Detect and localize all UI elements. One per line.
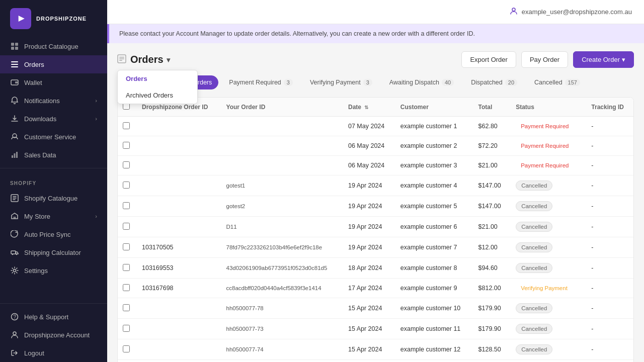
cell-date: 15 Apr 2024 (342, 339, 394, 360)
cell-your-order-id: hh0500077-73 (220, 319, 342, 339)
sidebar-bottom: ? Help & Support Dropshipzone Account Lo… (0, 299, 107, 362)
export-order-button[interactable]: Export Order (461, 51, 516, 68)
column-date[interactable]: Date ⇅ (342, 98, 394, 117)
row-checkbox[interactable] (123, 142, 130, 149)
store-icon (10, 212, 19, 221)
cell-total: $62.80 (472, 117, 510, 136)
svg-point-24 (512, 8, 515, 11)
sidebar-item-my-store[interactable]: My Store › (0, 207, 107, 225)
cell-date: 19 Apr 2024 (342, 217, 394, 237)
sidebar-item-customer-service[interactable]: Customer Service (0, 128, 107, 146)
sidebar-item-shipping-calculator[interactable]: Shipping Calculator (0, 243, 107, 261)
row-checkbox[interactable] (123, 122, 130, 129)
tab-verifying-payment[interactable]: Verifying Payment 3 (303, 75, 379, 89)
sidebar-item-auto-price-sync[interactable]: Auto Price Sync (0, 225, 107, 243)
bell-icon (10, 96, 19, 105)
status-badge: Cancelled (516, 344, 552, 354)
main-content: Please contact your Account Manager to u… (107, 24, 644, 362)
cell-your-order-id: D11 (220, 217, 342, 237)
tab-badge-payment-required: 3 (284, 79, 293, 86)
cell-status: Cancelled (510, 258, 585, 279)
cell-status: Cancelled (510, 360, 585, 363)
alert-message: Please contact your Account Manager to u… (119, 30, 475, 37)
dropdown-item-orders[interactable]: Orders (118, 70, 197, 87)
sidebar-item-dropshipzone-account[interactable]: Dropshipzone Account (0, 326, 107, 344)
cell-total: $72.20 (472, 136, 510, 156)
tab-payment-required[interactable]: Payment Required 3 (222, 75, 299, 89)
sidebar-item-sales-data[interactable]: Sales Data (0, 146, 107, 164)
sidebar-label-product-catalogue: Product Catalogue (24, 43, 78, 50)
table-row[interactable]: D1119 Apr 2024example customer 6$21.00Ca… (118, 217, 633, 237)
sidebar-item-help-support[interactable]: ? Help & Support (0, 308, 107, 326)
row-checkbox[interactable] (123, 345, 130, 352)
sidebar-item-shopify-catalogue[interactable]: Shopify Catalogue (0, 189, 107, 207)
table-row[interactable]: 10317050578fd79c2233262103b4f6e6ef2f9c18… (118, 237, 633, 258)
svg-rect-8 (11, 66, 18, 67)
cell-your-order-id (220, 117, 342, 136)
row-checkbox[interactable] (123, 325, 130, 332)
tab-awaiting-dispatch[interactable]: Awaiting Dispatch 40 (383, 75, 460, 89)
cell-total: $12.00 (472, 237, 510, 258)
cell-date: 17 Apr 2024 (342, 279, 394, 298)
row-checkbox[interactable] (123, 202, 130, 209)
sidebar-label-dropshipzone-account: Dropshipzone Account (24, 331, 90, 339)
table-row[interactable]: 103167698cc8acdbff020d0440a4cf5839f3e141… (118, 279, 633, 298)
cell-tracking-id: - (585, 339, 633, 360)
status-badge: Payment Required (516, 141, 574, 150)
row-checkbox[interactable] (123, 284, 130, 291)
cell-tracking-id: - (585, 217, 633, 237)
page-title-button[interactable]: Orders ▾ (130, 54, 170, 65)
cell-customer: example customer 5 (394, 196, 472, 217)
cell-your-order-id: hh0500077-74 (220, 339, 342, 360)
sidebar-item-notifications[interactable]: Notifications › (0, 92, 107, 110)
table-row[interactable]: hh0500077-7515 Apr 2024example customer … (118, 360, 633, 363)
row-checkbox[interactable] (123, 304, 130, 311)
status-badge: Cancelled (516, 303, 552, 313)
cell-tracking-id: - (585, 156, 633, 175)
cell-date: 19 Apr 2024 (342, 175, 394, 196)
row-checkbox[interactable] (123, 182, 130, 189)
dropdown-item-archived-orders[interactable]: Archived Orders (118, 87, 197, 104)
sidebar-item-logout[interactable]: Logout (0, 344, 107, 362)
sidebar-item-wallet[interactable]: Wallet (0, 73, 107, 92)
page-title-chevron-icon: ▾ (167, 56, 170, 64)
svg-rect-3 (15, 43, 18, 46)
svg-rect-12 (12, 155, 13, 158)
topbar: example_user@dropshipzone.com.au (107, 0, 644, 24)
list-icon (10, 60, 19, 69)
cell-tracking-id: - (585, 258, 633, 279)
row-checkbox[interactable] (123, 161, 130, 168)
row-checkbox[interactable] (123, 264, 130, 271)
cell-dsz-order-id: 103167698 (136, 279, 220, 298)
sidebar-item-orders[interactable]: Orders (0, 55, 107, 73)
column-customer: Customer (394, 98, 472, 117)
pay-order-button[interactable]: Pay Order (521, 51, 568, 68)
cell-dsz-order-id (136, 196, 220, 217)
table-row[interactable]: hh0500077-7415 Apr 2024example customer … (118, 339, 633, 360)
table-row[interactable]: hh0500077-7815 Apr 2024example customer … (118, 298, 633, 319)
sidebar-item-settings[interactable]: Settings (0, 261, 107, 280)
table-row[interactable]: hh0500077-7315 Apr 2024example customer … (118, 319, 633, 339)
table-row[interactable]: 06 May 2024example customer 2$72.20Payme… (118, 136, 633, 156)
create-order-button[interactable]: Create Order ▾ (573, 51, 634, 68)
tab-dispatched[interactable]: Dispatched 20 (464, 75, 524, 89)
table-row[interactable]: gotest219 Apr 2024example customer 5$147… (118, 196, 633, 217)
cell-tracking-id: - (585, 298, 633, 319)
row-checkbox[interactable] (123, 223, 130, 230)
cell-dsz-order-id (136, 136, 220, 156)
status-badge: Cancelled (516, 201, 552, 211)
sidebar-item-downloads[interactable]: Downloads › (0, 110, 107, 128)
cell-customer: example customer 3 (394, 156, 472, 175)
row-checkbox[interactable] (123, 243, 130, 250)
table-row[interactable]: 07 May 2024example customer 1$62.80Payme… (118, 117, 633, 136)
cell-total: $147.00 (472, 175, 510, 196)
table-row[interactable]: 06 May 2024example customer 3$21.00Payme… (118, 156, 633, 175)
table-row[interactable]: gotest119 Apr 2024example customer 4$147… (118, 175, 633, 196)
svg-point-23 (13, 332, 16, 335)
table-row[interactable]: 10316955343d02061909ab6773951f0523d0c81d… (118, 258, 633, 279)
cell-your-order-id: gotest1 (220, 175, 342, 196)
sidebar-item-product-catalogue[interactable]: Product Catalogue (0, 37, 107, 55)
logout-icon (10, 348, 19, 357)
cell-customer: example customer 1 (394, 117, 472, 136)
tab-cancelled[interactable]: Cancelled 157 (528, 75, 587, 89)
